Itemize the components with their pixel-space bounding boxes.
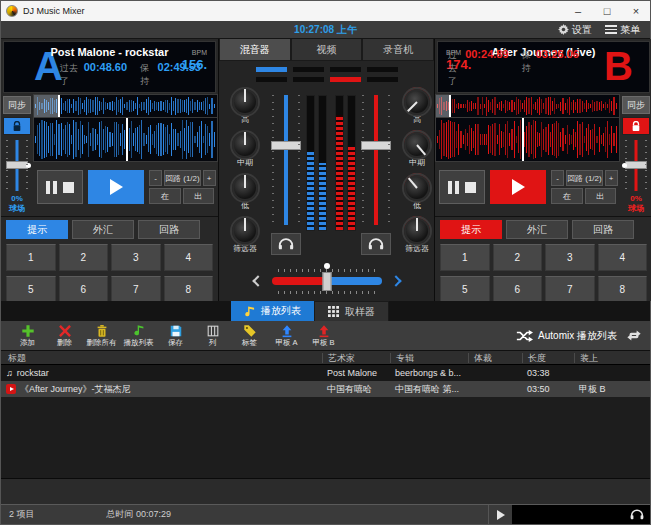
deck-b-loop-plus-button[interactable]: + (605, 170, 618, 186)
deck-a-loop-button[interactable]: 回路 (1/2) (164, 170, 201, 186)
channel-fader-b[interactable] (358, 91, 394, 229)
knob-right-1[interactable] (404, 89, 430, 115)
deck-a-wave-main[interactable] (33, 118, 218, 162)
knob-right-4[interactable] (404, 218, 430, 244)
deck-a-pad-4[interactable]: 4 (164, 244, 214, 271)
toolbar-deck-b-button[interactable]: 甲板 B (305, 324, 342, 347)
column-header-1[interactable]: 标题 (1, 353, 322, 363)
fader-handle[interactable] (271, 141, 301, 150)
knob-left-4[interactable] (232, 218, 258, 244)
deck-b-loop-out-button[interactable]: 出 (585, 188, 617, 204)
maximize-button[interactable]: □ (595, 2, 619, 20)
pitch-handle[interactable] (6, 161, 28, 169)
deck-b-pad-5[interactable]: 5 (440, 276, 490, 303)
deck-b-pad-8[interactable]: 8 (598, 276, 648, 303)
toolbar-deck-a-button[interactable]: 甲板 A (268, 324, 305, 347)
deck-a-wave-overview[interactable] (33, 94, 218, 118)
mixer-tab-3[interactable]: 录音机 (362, 39, 434, 61)
deck-a-tab-3[interactable]: 回路 (138, 220, 200, 239)
toolbar-delete-button[interactable]: 删除 (46, 324, 83, 347)
column-header-2[interactable]: 艺术家 (322, 353, 390, 363)
deck-b-pad-6[interactable]: 6 (493, 276, 543, 303)
headphone-cue-a-button[interactable] (271, 233, 301, 255)
close-button[interactable]: × (624, 2, 648, 20)
deck-b-pad-3[interactable]: 3 (545, 244, 595, 271)
deck-b-pad-2[interactable]: 2 (493, 244, 543, 271)
knob-right-2[interactable] (404, 132, 430, 158)
deck-a-pad-2[interactable]: 2 (59, 244, 109, 271)
column-header-4[interactable]: 体裁 (468, 353, 522, 363)
deck-b-tab-1[interactable]: 提示 (440, 220, 502, 239)
deck-a-pause-stop-button[interactable] (37, 170, 83, 204)
table-row[interactable]: 《After Journey》-艾福杰尼中国有嘻哈中国有嘻哈 第...03:50… (1, 381, 650, 397)
crossfader[interactable] (272, 266, 382, 296)
deck-b-loop-in-button[interactable]: 在 (551, 188, 583, 204)
preview-play-button[interactable] (488, 505, 512, 524)
deck-a-play-button[interactable] (88, 170, 144, 204)
deck-b-pitch-slider[interactable] (622, 138, 650, 193)
deck-b-pad-7[interactable]: 7 (545, 276, 595, 303)
deck-a-loop-plus-button[interactable]: + (203, 170, 216, 186)
tab-playlist[interactable]: 播放列表 (231, 301, 314, 321)
deck-b-pad-1[interactable]: 1 (440, 244, 490, 271)
deck-b-tab-3[interactable]: 回路 (572, 220, 634, 239)
deck-b-wave-overview[interactable] (435, 94, 620, 118)
knob-left-1[interactable] (232, 89, 258, 115)
knob-left-3[interactable] (232, 175, 258, 201)
deck-a-loop-in-button[interactable]: 在 (149, 188, 181, 204)
deck-a-pitch-slider[interactable] (3, 138, 31, 193)
repeat-button[interactable] (626, 329, 642, 342)
toolbar-delete-all-button[interactable]: 删除所有 (83, 324, 120, 347)
toolbar-columns-button[interactable]: 列 (194, 324, 231, 347)
deck-b-loop-button[interactable]: 回路 (1/2) (566, 170, 603, 186)
automix-button[interactable]: Automix 播放列表 (516, 329, 617, 343)
mixer-tab-1[interactable]: 混音器 (219, 39, 291, 61)
channel-fader-a[interactable] (268, 91, 304, 229)
pitch-handle[interactable] (625, 161, 647, 169)
deck-a-pad-8[interactable]: 8 (164, 276, 214, 303)
deck-a-sync-button[interactable]: 同步 (3, 96, 31, 114)
crossfader-left-arrow-icon[interactable] (252, 275, 263, 286)
fader-handle[interactable] (361, 141, 391, 150)
deck-b-loop-minus-button[interactable]: - (551, 170, 564, 186)
column-header-6[interactable]: 装上 (574, 353, 650, 363)
deck-b-pad-4[interactable]: 4 (598, 244, 648, 271)
deck-a-pad-6[interactable]: 6 (59, 276, 109, 303)
deck-a-pad-3[interactable]: 3 (111, 244, 161, 271)
deck-b-play-button[interactable] (490, 170, 546, 204)
deck-b-pause-stop-button[interactable] (439, 170, 485, 204)
tab-sampler[interactable]: 取样器 (314, 301, 389, 321)
knob-left-2[interactable] (232, 132, 258, 158)
deck-b-sync-button[interactable]: 同步 (622, 96, 650, 114)
deck-a-pad-5[interactable]: 5 (6, 276, 56, 303)
deck-b-wave-main[interactable] (435, 118, 620, 162)
headphone-cue-b-button[interactable] (361, 233, 391, 255)
mixer-tab-2[interactable]: 视频 (291, 39, 363, 61)
toolbar-tag-button[interactable]: 标签 (231, 324, 268, 347)
toolbar-save-button[interactable]: 保存 (157, 324, 194, 347)
deck-a-tab-2[interactable]: 外汇 (72, 220, 134, 239)
deck-b-keylock-button[interactable] (622, 117, 650, 135)
toolbar-playlist-button[interactable]: 播放列表 (120, 324, 157, 347)
deck-b-icon (317, 324, 331, 338)
toolbar-add-button[interactable]: 添加 (9, 324, 46, 347)
deck-a-tab-1[interactable]: 提示 (6, 220, 68, 239)
preview-player[interactable] (512, 505, 650, 524)
column-header-5[interactable]: 长度 (522, 353, 574, 363)
crossfader-handle[interactable] (322, 272, 331, 291)
deck-b-tab-2[interactable]: 外汇 (506, 220, 568, 239)
table-row[interactable]: ♫rockstarPost Malonebeerbongs & b...03:3… (1, 365, 650, 381)
minimize-button[interactable]: – (566, 2, 590, 20)
crossfader-right-arrow-icon[interactable] (390, 275, 401, 286)
deck-a-pad-1[interactable]: 1 (6, 244, 56, 271)
deck-a-loop-minus-button[interactable]: - (149, 170, 162, 186)
deck-a-keylock-button[interactable] (3, 117, 31, 135)
knob-right-3[interactable] (404, 175, 430, 201)
column-header-3[interactable]: 专辑 (390, 353, 468, 363)
cell: 中国有嘻哈 (322, 383, 390, 396)
deck-a-pad-7[interactable]: 7 (111, 276, 161, 303)
deck-a-loop-out-button[interactable]: 出 (183, 188, 215, 204)
elapsed-value: 00:48.60 (84, 61, 127, 73)
settings-button[interactable]: 设置 (558, 23, 592, 37)
menu-button[interactable]: 菜单 (605, 23, 640, 37)
